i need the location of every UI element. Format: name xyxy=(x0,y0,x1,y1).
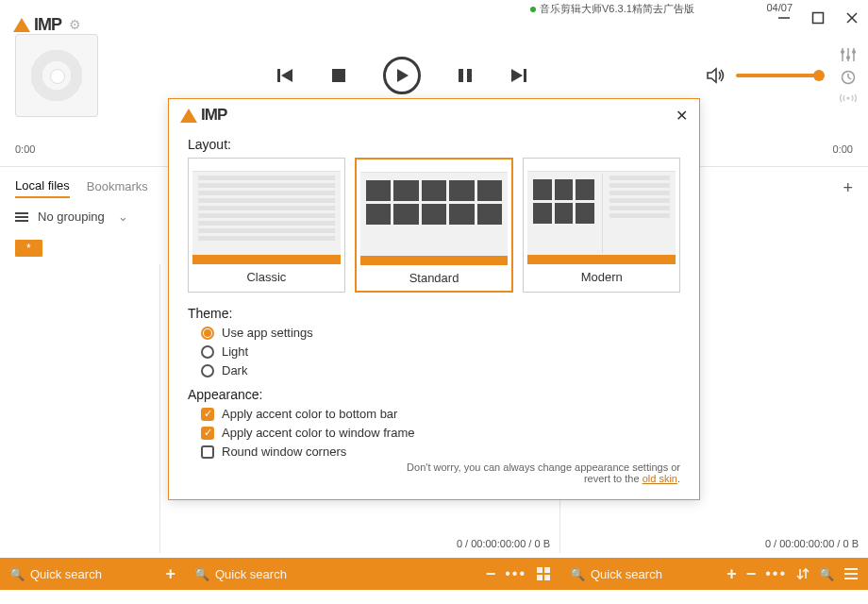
checkbox-icon: ✓ xyxy=(201,427,214,440)
remove-button[interactable]: − xyxy=(486,564,496,584)
chip-all[interactable]: * xyxy=(15,240,42,257)
volume-control xyxy=(706,66,821,85)
transport-controls xyxy=(98,57,706,94)
add-button-left[interactable]: + xyxy=(165,564,175,584)
theme-dark-label: Dark xyxy=(222,363,247,378)
bottom-bar-right: 🔍 Quick search + − ••• 🔍 xyxy=(560,558,868,590)
sort-icon[interactable] xyxy=(796,567,810,580)
svg-point-17 xyxy=(846,56,850,59)
layout-classic[interactable]: Classic xyxy=(188,158,345,293)
clock-icon[interactable] xyxy=(841,70,856,85)
svg-rect-1 xyxy=(813,13,824,24)
dialog-close-button[interactable]: ✕ xyxy=(676,107,688,125)
album-art-placeholder[interactable] xyxy=(15,34,98,117)
layout-classic-preview xyxy=(192,162,341,264)
svg-marker-7 xyxy=(397,69,409,82)
side-toolbar xyxy=(840,47,857,104)
quick-search-label: Quick search xyxy=(591,567,662,581)
accent-bottom-label: Apply accent color to bottom bar xyxy=(222,407,397,421)
svg-rect-11 xyxy=(524,69,526,82)
bottom-bar-left: 🔍 Quick search + xyxy=(0,558,185,590)
theme-section-label: Theme: xyxy=(188,306,680,321)
equalizer-icon[interactable] xyxy=(840,47,857,62)
search-icon-right[interactable]: 🔍 xyxy=(819,567,834,581)
appearance-accent-frame[interactable]: ✓Apply accent color to window frame xyxy=(201,426,680,440)
theme-app-label: Use app settings xyxy=(222,326,313,340)
old-skin-link[interactable]: old skin xyxy=(643,473,677,484)
accent-frame-label: Apply accent color to window frame xyxy=(222,426,414,440)
app-window: 音乐剪辑大师V6.3.1精简去广告版 04/07 IMP ⚙ xyxy=(0,0,868,604)
dialog-app-name: IMP xyxy=(201,106,226,125)
radio-icon xyxy=(201,364,214,378)
app-name: IMP xyxy=(34,15,61,35)
checkbox-icon: ✓ xyxy=(201,408,214,421)
play-button[interactable] xyxy=(383,57,421,94)
quick-search-label: Quick search xyxy=(215,567,287,581)
radio-icon xyxy=(201,327,214,340)
grid-view-icon[interactable] xyxy=(536,566,551,581)
grouping-selector[interactable]: No grouping ⌄ xyxy=(15,210,128,224)
radio-icon xyxy=(201,345,214,359)
theme-use-app-settings[interactable]: Use app settings xyxy=(201,326,680,340)
layout-standard[interactable]: Standard xyxy=(355,158,514,293)
radio-icon[interactable] xyxy=(840,92,857,104)
search-icon: 🔍 xyxy=(194,567,209,581)
menu-icon[interactable] xyxy=(843,567,859,580)
layout-modern[interactable]: Modern xyxy=(523,158,680,293)
grouping-label: No grouping xyxy=(38,210,105,224)
svg-rect-6 xyxy=(332,69,345,82)
left-pane xyxy=(0,264,160,553)
svg-rect-24 xyxy=(544,567,550,573)
dialog-body: Layout: Classic Standard xyxy=(169,131,699,473)
appearance-round-corners[interactable]: Round window corners xyxy=(201,445,680,459)
appearance-section-label: Appearance: xyxy=(188,387,680,402)
svg-rect-8 xyxy=(459,69,463,82)
volume-icon[interactable] xyxy=(706,66,726,85)
hint-post: . xyxy=(677,473,680,484)
svg-rect-9 xyxy=(467,69,472,82)
bottom-bar-middle: 🔍 Quick search − ••• xyxy=(185,558,560,590)
dialog-logo: IMP xyxy=(180,106,226,125)
layout-modern-preview xyxy=(527,162,676,264)
layout-standard-preview xyxy=(360,163,509,265)
svg-marker-10 xyxy=(511,69,523,82)
next-button[interactable] xyxy=(509,66,528,85)
more-button[interactable]: ••• xyxy=(505,565,526,582)
logo-triangle-icon xyxy=(13,18,30,32)
maximize-button[interactable] xyxy=(811,11,825,25)
search-icon: 🔍 xyxy=(570,567,585,581)
add-button-right[interactable]: + xyxy=(726,564,737,584)
search-icon: 🔍 xyxy=(9,567,25,581)
tab-local-files[interactable]: Local files xyxy=(15,178,70,198)
tab-bookmarks[interactable]: Bookmarks xyxy=(87,179,148,197)
svg-rect-4 xyxy=(277,69,280,82)
playlist-stats-middle: 0 / 00:00:00:00 / 0 B xyxy=(457,538,550,549)
more-button-right[interactable]: ••• xyxy=(765,565,787,582)
chevron-down-icon: ⌄ xyxy=(118,210,128,224)
layout-section-label: Layout: xyxy=(188,137,680,152)
layout-modern-label: Modern xyxy=(527,270,676,284)
quick-search-left[interactable]: 🔍 Quick search xyxy=(9,567,156,581)
remove-button-right[interactable]: − xyxy=(746,564,757,584)
layout-standard-label: Standard xyxy=(360,271,509,285)
quick-search-right[interactable]: 🔍 Quick search xyxy=(570,567,717,581)
list-icon xyxy=(15,212,28,222)
logo-triangle-icon xyxy=(180,109,197,123)
playlist-stats-right: 0 / 00:00:00:00 / 0 B xyxy=(765,538,859,549)
appearance-hint: Don't worry, you can always change appea… xyxy=(397,461,680,484)
minimize-button[interactable] xyxy=(777,11,791,25)
add-tab-button[interactable]: + xyxy=(843,178,853,198)
app-logo: IMP xyxy=(13,15,61,35)
theme-dark[interactable]: Dark xyxy=(201,363,680,378)
hint-pre: Don't worry, you can always change appea… xyxy=(407,461,680,484)
settings-gear-icon[interactable]: ⚙ xyxy=(69,17,81,32)
quick-search-middle[interactable]: 🔍 Quick search xyxy=(194,567,476,581)
appearance-accent-bottom[interactable]: ✓Apply accent color to bottom bar xyxy=(201,407,680,421)
svg-point-22 xyxy=(846,96,849,99)
volume-slider[interactable] xyxy=(736,74,821,77)
previous-button[interactable] xyxy=(275,66,294,85)
theme-light[interactable]: Light xyxy=(201,344,680,359)
close-button[interactable] xyxy=(845,11,859,25)
stop-button[interactable] xyxy=(330,67,347,84)
pause-button[interactable] xyxy=(457,67,474,84)
